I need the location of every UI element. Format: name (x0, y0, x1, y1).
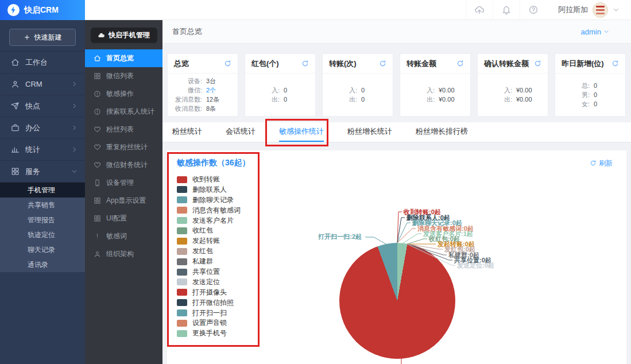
grid-icon (94, 72, 101, 80)
stat-card-title: 总览 (174, 59, 189, 69)
sidebar-subitem-shared-sales[interactable]: 共享销售 (0, 198, 85, 212)
module-item-ui-config[interactable]: UI配置 (85, 210, 162, 227)
tab-fans-growth-stats[interactable]: 粉丝增长统计 (347, 122, 392, 142)
module-item-sensitive-words[interactable]: 敏感词 (85, 227, 162, 245)
legend-swatch (177, 238, 187, 245)
module-item-wechat-finance-stats[interactable]: 微信财务统计 (85, 156, 162, 174)
module-item-label: 搜索联系人统计 (106, 107, 154, 117)
app-root: 快启CRM 阿拉斯加 快速新建 工作台CRM快点办公统计服务 手机管理共享销售管… (0, 0, 631, 364)
user-name: 阿拉斯加 (558, 5, 588, 15)
refresh-icon[interactable] (611, 60, 619, 67)
stat-card-body: 入:¥0.00出:¥0.00 (400, 73, 470, 117)
module-item-search-contact-stats[interactable]: 搜索联系人统计 (85, 103, 162, 121)
refresh-icon[interactable] (224, 60, 231, 67)
sidebar-subitem-phone-management[interactable]: 手机管理 (0, 183, 85, 198)
legend-swatch (177, 217, 187, 224)
legend-item[interactable]: 收红包 (177, 227, 241, 234)
notification-button[interactable] (493, 0, 520, 20)
sidebar-subitem-contacts[interactable]: 通讯录 (0, 257, 85, 272)
app-logo: 快启CRM (0, 0, 85, 20)
sidebar-subitem-management-report[interactable]: 管理报告 (0, 212, 85, 227)
sidebar-item-services[interactable]: 服务 (0, 161, 85, 183)
sidebar-item-statistics[interactable]: 统计 (0, 139, 85, 161)
legend-item[interactable]: 删除联系人 (177, 186, 241, 193)
legend-item[interactable]: 打开微信拍照 (177, 299, 241, 307)
pie-chart[interactable] (339, 243, 455, 359)
legend-label: 私建群 (192, 257, 213, 266)
stat-row-value: 0 (361, 96, 365, 103)
legend-item[interactable]: 发起转账 (177, 237, 241, 245)
module-item-fans-list[interactable]: 粉丝列表 (85, 121, 162, 138)
legend-item[interactable]: 共享位置 (177, 268, 241, 276)
module-item-duplicate-fans-stats[interactable]: 重复粉丝统计 (85, 138, 162, 156)
legend-item[interactable]: 消息含有敏感词 (177, 207, 241, 214)
module-item-app-display-settings[interactable]: App显示设置 (85, 192, 162, 210)
chart-title: 敏感操作数（36起） (177, 158, 250, 168)
quick-create-button[interactable]: 快速新建 (9, 29, 76, 46)
stat-row-label: 收消息数: (168, 105, 202, 113)
grid-icon (94, 215, 101, 222)
tab-sensitive-op-stats[interactable]: 敏感操作统计 (279, 122, 324, 142)
tab-session-stats[interactable]: 会话统计 (226, 122, 256, 142)
sidebar-item-workbench[interactable]: 工作台 (0, 52, 85, 73)
sidebar-item-kuaidian[interactable]: 快点 (0, 95, 85, 117)
chevron-down-icon (613, 6, 620, 13)
avatar (593, 2, 608, 18)
legend-swatch (177, 320, 187, 327)
cloud-upload-button[interactable] (466, 0, 493, 20)
stat-row: 入:¥0.00 (400, 87, 470, 94)
refresh-label: 刷新 (599, 158, 613, 168)
legend-item[interactable]: 私建群 (177, 258, 241, 265)
legend-label: 收红包 (192, 226, 213, 235)
module-item-wechat-list[interactable]: 微信列表 (85, 67, 162, 85)
stat-row-value[interactable]: 2个 (206, 87, 216, 94)
module-header-button[interactable]: 快启手机管理 (91, 28, 157, 43)
cloud-icon (98, 32, 105, 39)
stat-card-transfers: 转账(次)入:0出:0 (322, 53, 393, 117)
stat-row-label: 出: (400, 96, 435, 103)
user-menu[interactable]: 阿拉斯加 (547, 0, 631, 20)
stat-row-label: 发消息数: (168, 96, 202, 103)
legend-item[interactable]: 更换手机号 (177, 330, 241, 337)
module-item-org-structure[interactable]: 组织架构 (85, 245, 162, 263)
legend-swatch (177, 176, 187, 183)
main-menu: 工作台CRM快点办公统计服务 (0, 51, 85, 183)
refresh-icon[interactable] (456, 60, 464, 67)
app-logo-text: 快启CRM (24, 5, 59, 16)
legend-label: 收到转账 (192, 175, 220, 184)
tab-fans-stats[interactable]: 粉丝统计 (172, 122, 202, 142)
refresh-icon[interactable] (301, 60, 309, 67)
stat-row-label: 出: (478, 96, 512, 103)
stat-card-header: 确认转账金额 (478, 54, 548, 73)
legend-item[interactable]: 发红包 (177, 247, 241, 255)
module-item-device-management[interactable]: 设备管理 (85, 174, 162, 192)
legend-item[interactable]: 打开摄像头 (177, 289, 241, 296)
stat-row-label: 男: (555, 91, 590, 99)
bell-icon (501, 5, 512, 15)
sidebar-item-crm[interactable]: CRM (0, 73, 85, 95)
refresh-icon[interactable] (379, 60, 386, 67)
module-item-home-overview[interactable]: 首页总览 (85, 49, 162, 67)
help-button[interactable] (520, 0, 547, 20)
stat-row: 发消息数:12条 (168, 96, 238, 103)
legend-swatch (177, 278, 187, 285)
legend-item[interactable]: 发送定位 (177, 278, 241, 286)
legend-item[interactable]: 打开扫一扫 (177, 309, 241, 317)
legend-item[interactable]: 发送客户名片 (177, 217, 241, 224)
legend-item[interactable]: 设置声音锁 (177, 319, 241, 327)
tab-fans-growth-ranking[interactable]: 粉丝增长排行榜 (416, 122, 468, 142)
legend-item[interactable]: 收到转账 (177, 176, 241, 183)
sidebar-subitem-track-location[interactable]: 轨迹定位 (0, 227, 85, 242)
admin-dropdown[interactable]: admin (581, 28, 609, 36)
stat-row-label: 入: (400, 87, 435, 94)
refresh-button[interactable]: 刷新 (590, 158, 613, 168)
module-item-sensitive-ops[interactable]: 敏感操作 (85, 85, 162, 103)
sidebar-subitem-chat-records[interactable]: 聊天记录 (0, 242, 85, 257)
stat-card-body: 设备:3台微信:2个发消息数:12条收消息数:8条 (168, 73, 238, 117)
stat-card-title: 确认转账金额 (484, 59, 529, 69)
legend-item[interactable]: 删除聊天记录 (177, 196, 241, 204)
lightning-icon (7, 4, 20, 16)
chevron-right-icon (71, 146, 78, 153)
sidebar-item-office[interactable]: 办公 (0, 117, 85, 139)
refresh-icon[interactable] (534, 60, 541, 67)
